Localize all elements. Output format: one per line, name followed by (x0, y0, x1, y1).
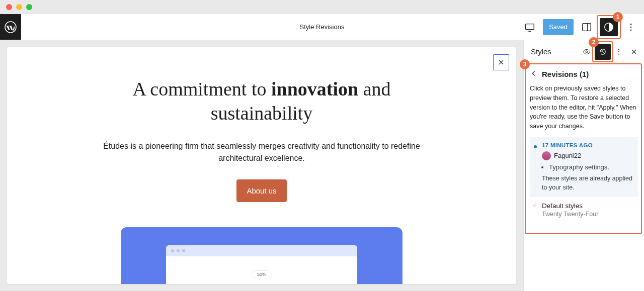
kebab-icon (615, 47, 623, 56)
revision-change-item: Typography settings. (549, 163, 633, 171)
close-icon (497, 58, 505, 66)
revisions-panel: 3 Revisions (1) Click on previously save… (524, 63, 644, 229)
revisions-title: Revisions (1) (542, 70, 589, 78)
default-styles-theme: Twenty Twenty-Four (542, 211, 633, 218)
sidebar-icon (581, 22, 592, 33)
revision-change-list: Typography settings. (549, 163, 633, 171)
revision-timestamp: 17 MINUTES AGO (542, 142, 633, 148)
styles-icon (603, 22, 614, 33)
wordpress-logo-button[interactable] (0, 14, 21, 40)
revision-default-item[interactable]: Default styles Twenty Twenty-Four (530, 197, 638, 223)
revision-default-dot-icon (533, 204, 536, 207)
svg-rect-2 (583, 23, 591, 31)
close-icon (630, 48, 638, 56)
canvas-column: A commitment to innovation and sustainab… (0, 40, 523, 291)
hero-subheading[interactable]: Études is a pioneering firm that seamles… (101, 140, 423, 164)
wordpress-icon (5, 21, 17, 33)
styles-title: Styles (531, 47, 551, 56)
styles-sidebar-header: Styles 2 (524, 40, 644, 63)
close-sidebar-button[interactable] (627, 45, 641, 59)
styles-more-button[interactable] (612, 45, 626, 59)
kebab-icon (626, 22, 636, 32)
svg-point-5 (630, 26, 632, 28)
svg-point-7 (586, 51, 588, 53)
saved-button[interactable]: Saved (543, 19, 574, 35)
callout-1: 1 (613, 12, 623, 22)
more-options-button[interactable] (622, 18, 640, 36)
avatar (542, 151, 551, 160)
svg-point-9 (618, 51, 619, 52)
callout-2: 2 (589, 37, 599, 47)
window-titlebar (0, 0, 644, 14)
revision-item[interactable]: 17 MINUTES AGO Faguni22 Typography setti… (530, 137, 638, 197)
page-title: Style Revisions (300, 23, 345, 31)
traffic-light-minimize[interactable] (16, 4, 22, 10)
revisions-list: 17 MINUTES AGO Faguni22 Typography setti… (530, 137, 638, 223)
revision-note: These styles are already applied to your… (542, 174, 633, 192)
default-styles-label: Default styles (542, 202, 633, 210)
desktop-icon (524, 22, 535, 33)
editor-work-area: A commitment to innovation and sustainab… (0, 40, 644, 291)
about-us-button[interactable]: About us (236, 179, 286, 202)
svg-point-8 (618, 49, 619, 50)
hero-heading[interactable]: A commitment to innovation and sustainab… (106, 77, 418, 125)
editor-top-bar: Style Revisions Saved 1 (0, 14, 644, 40)
history-icon (598, 47, 607, 56)
traffic-light-zoom[interactable] (26, 4, 32, 10)
callout-3: 3 (520, 59, 530, 69)
revision-author: Faguni22 (542, 151, 633, 160)
top-bar-actions: Saved 1 (521, 18, 644, 36)
revisions-back-button[interactable] (530, 69, 538, 79)
traffic-light-close[interactable] (6, 4, 12, 10)
svg-rect-1 (526, 24, 534, 29)
revision-connector-line (535, 150, 535, 203)
styles-sidebar: Styles 2 (523, 40, 644, 291)
browser-mockup: 50% (166, 245, 357, 284)
svg-point-10 (618, 53, 619, 54)
hero-image-block[interactable]: 50% (121, 227, 403, 284)
chevron-left-icon (530, 69, 538, 77)
hero-heading-pre: A commitment to (132, 78, 271, 100)
svg-point-4 (630, 23, 632, 25)
revisions-description: Click on previously saved styles to prev… (530, 84, 638, 131)
revision-author-name: Faguni22 (554, 152, 581, 159)
svg-point-6 (630, 29, 632, 31)
view-desktop-button[interactable] (521, 18, 539, 36)
hero-heading-bold: innovation (271, 78, 358, 100)
eye-icon (583, 47, 591, 56)
editor-canvas[interactable]: A commitment to innovation and sustainab… (7, 47, 516, 284)
mock-stat-pill: 50% (252, 270, 272, 278)
revision-active-dot-icon (534, 145, 537, 148)
canvas-close-button[interactable] (493, 54, 509, 70)
toggle-sidebar-button[interactable] (578, 18, 596, 36)
